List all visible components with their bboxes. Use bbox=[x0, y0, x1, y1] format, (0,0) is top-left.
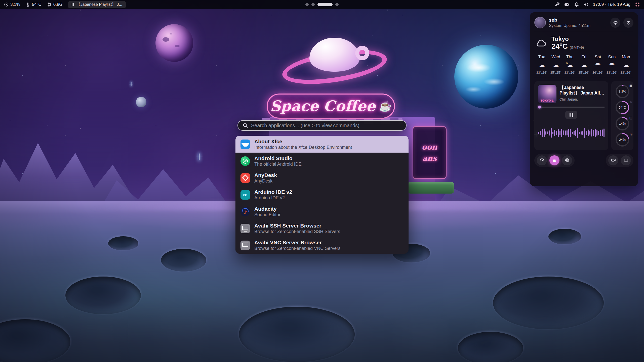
forecast-day: Thu 33°/26° bbox=[563, 55, 577, 74]
workspace-dot[interactable] bbox=[311, 3, 315, 6]
gauge-value: 14% bbox=[619, 122, 626, 125]
gauge-ring: 24% bbox=[616, 133, 629, 147]
result-text: Avahi VNC Server Browser Browse for Zero… bbox=[254, 240, 340, 251]
widget-panel: seb System Uptime: 4h11m Tokyo 24°C (GMT… bbox=[530, 12, 638, 186]
battery-icon bbox=[565, 2, 570, 7]
media-info: TOKYO L 【Japanese Playlist】 Japan All Ni… bbox=[538, 85, 605, 103]
result-subtitle: Information about the Xfce Desktop Envir… bbox=[254, 145, 352, 150]
app-grid-button[interactable] bbox=[635, 2, 640, 7]
clock[interactable]: 17:09 - Tue, 19 Aug bbox=[593, 2, 630, 7]
xfce-icon bbox=[240, 140, 250, 149]
forecast-day-label: Thu bbox=[566, 55, 574, 60]
forecast-temps: 35°/26° bbox=[578, 71, 590, 74]
result-text: About Xfce Information about the Xfce De… bbox=[254, 139, 352, 150]
weather-city: Tokyo bbox=[551, 36, 584, 42]
media-progress-knob[interactable] bbox=[538, 106, 541, 108]
umbrella-icon bbox=[609, 61, 615, 69]
result-subtitle: The official Android IDE bbox=[254, 162, 302, 167]
album-art[interactable]: TOKYO L bbox=[538, 85, 556, 103]
pause-icon bbox=[72, 3, 74, 6]
media-progress-bar[interactable] bbox=[538, 107, 605, 108]
workspace-dot[interactable] bbox=[335, 3, 339, 6]
media-player: TOKYO L 【Japanese Playlist】 Japan All Ni… bbox=[534, 81, 608, 150]
weather-forecast: Tue 33°/24° Wed 35°/25° Thu 33°/26° bbox=[534, 55, 633, 74]
forecast-day-label: Sun bbox=[608, 55, 616, 60]
launcher-result-row[interactable]: Android Studio The official Android IDE bbox=[235, 153, 409, 169]
apps-button[interactable] bbox=[549, 155, 559, 165]
forecast-day: Tue 33°/24° bbox=[535, 55, 549, 74]
notifications-button[interactable] bbox=[574, 2, 579, 7]
workspace-dot[interactable] bbox=[317, 3, 333, 6]
user-name: seb bbox=[549, 17, 607, 23]
battery-button[interactable] bbox=[565, 2, 570, 7]
power-icon bbox=[626, 20, 631, 25]
result-title: Avahi VNC Server Browser bbox=[254, 240, 340, 245]
result-title: AnyDesk bbox=[254, 172, 277, 178]
launcher-result-row[interactable]: Arduino IDE v2 Arduino IDE v2 bbox=[235, 186, 409, 203]
result-title: Arduino IDE v2 bbox=[254, 189, 292, 195]
anydesk-icon bbox=[240, 173, 250, 183]
volume-button[interactable] bbox=[584, 2, 589, 7]
user-text: seb System Uptime: 4h11m bbox=[549, 17, 607, 28]
avatar[interactable] bbox=[534, 17, 546, 28]
screen-record-button[interactable] bbox=[608, 155, 618, 165]
result-title: About Xfce bbox=[254, 139, 352, 144]
forecast-temps: 33°/26° bbox=[564, 71, 576, 74]
performance-button[interactable] bbox=[537, 155, 547, 165]
result-subtitle: Sound Editor bbox=[254, 212, 280, 217]
forecast-temps: 35°/25° bbox=[550, 71, 561, 74]
umbrella-icon bbox=[595, 61, 600, 69]
android-studio-icon bbox=[240, 156, 250, 166]
workspace-dot[interactable] bbox=[305, 3, 309, 6]
cloud-icon bbox=[553, 61, 559, 69]
forecast-temps: 33°/24° bbox=[536, 71, 548, 74]
avahi-icon bbox=[240, 241, 250, 250]
divider bbox=[534, 32, 633, 32]
forecast-temps: 33°/26° bbox=[606, 71, 618, 74]
gear-icon bbox=[613, 20, 618, 25]
waveform bbox=[538, 122, 605, 144]
cpu-stat: 3.1% bbox=[4, 2, 20, 7]
bell-icon bbox=[574, 2, 579, 7]
forecast-day: Wed 35°/25° bbox=[549, 55, 563, 74]
avahi-icon bbox=[240, 224, 250, 233]
cpu-value: 3.1% bbox=[10, 2, 20, 7]
sun-cloud-icon bbox=[567, 61, 573, 69]
gauge: 14% bbox=[616, 117, 629, 130]
quick-actions bbox=[534, 154, 633, 167]
workspace-indicator bbox=[305, 3, 339, 6]
now-playing-text: 【Japanese Playlist】 J... bbox=[76, 2, 122, 7]
gauge-ring: 3.1% bbox=[616, 85, 629, 98]
media-title: 【Japanese Playlist】 Japan All Night - To… bbox=[559, 85, 605, 96]
media-meta: 【Japanese Playlist】 Japan All Night - To… bbox=[559, 85, 605, 103]
user-row: seb System Uptime: 4h11m bbox=[534, 17, 633, 28]
thermometer-icon bbox=[26, 2, 30, 7]
system-stats: 3.1% 54°C 6.8G 【Japanese Playlist】 J... bbox=[4, 1, 126, 8]
launcher-search-bar[interactable] bbox=[237, 120, 407, 131]
system-uptime: System Uptime: 4h11m bbox=[549, 23, 607, 28]
temperature-value: 54°C bbox=[32, 2, 42, 7]
top-bar: 3.1% 54°C 6.8G 【Japanese Playlist】 J... bbox=[0, 0, 644, 9]
globe-icon bbox=[565, 158, 570, 163]
quick-actions-left bbox=[534, 154, 575, 167]
display-button[interactable] bbox=[621, 155, 631, 165]
search-input[interactable] bbox=[251, 123, 401, 128]
cloud-icon bbox=[581, 61, 587, 69]
weather-text: Tokyo 24°C (GMT+9) bbox=[551, 36, 584, 51]
gauge-ring: 54°C bbox=[616, 101, 629, 114]
launcher-result-row[interactable]: About Xfce Information about the Xfce De… bbox=[235, 136, 409, 153]
launcher-result-row[interactable]: Audacity Sound Editor bbox=[235, 203, 409, 220]
power-button[interactable] bbox=[623, 18, 633, 28]
web-button[interactable] bbox=[562, 155, 572, 165]
launcher-result-row[interactable]: AnyDesk AnyDesk bbox=[235, 169, 409, 186]
now-playing-pill[interactable]: 【Japanese Playlist】 J... bbox=[68, 1, 126, 8]
disk-gauge-icon bbox=[630, 132, 632, 136]
settings-button[interactable] bbox=[610, 18, 620, 28]
result-title: Avahi SSH Server Browser bbox=[254, 223, 340, 229]
launcher-result-row[interactable]: Avahi VNC Server Browser Browse for Zero… bbox=[235, 237, 409, 254]
launcher-result-row[interactable]: Avahi SSH Server Browser Browse for Zero… bbox=[235, 220, 409, 237]
gauge: 54°C bbox=[616, 101, 629, 114]
tools-button[interactable] bbox=[555, 2, 560, 7]
result-subtitle: Arduino IDE v2 bbox=[254, 196, 292, 201]
pause-button[interactable] bbox=[565, 111, 577, 119]
